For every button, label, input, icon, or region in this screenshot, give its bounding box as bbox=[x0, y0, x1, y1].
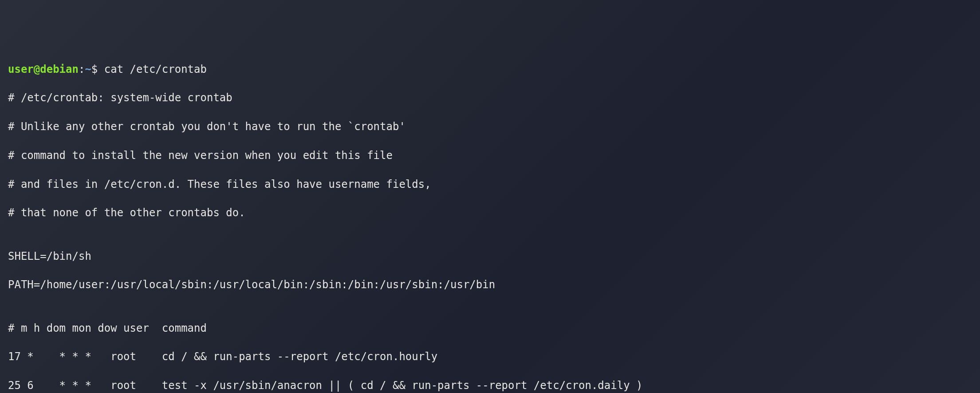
command-text: cat /etc/crontab bbox=[98, 63, 207, 75]
output-line: PATH=/home/user:/usr/local/sbin:/usr/loc… bbox=[8, 278, 972, 292]
output-line: # command to install the new version whe… bbox=[8, 148, 972, 163]
terminal-prompt-line-1[interactable]: user@debian:~$ cat /etc/crontab bbox=[8, 62, 972, 76]
output-line: # /etc/crontab: system-wide crontab bbox=[8, 91, 972, 105]
output-line: SHELL=/bin/sh bbox=[8, 249, 972, 263]
output-line: # and files in /etc/cron.d. These files … bbox=[8, 177, 972, 191]
output-line: # that none of the other crontabs do. bbox=[8, 206, 972, 220]
prompt-at: @ bbox=[34, 63, 40, 75]
prompt-user: user@debian bbox=[8, 63, 79, 75]
prompt-host: debian bbox=[40, 63, 79, 75]
prompt-dollar: $ bbox=[91, 63, 98, 75]
output-line: # Unlike any other crontab you don't hav… bbox=[8, 119, 972, 134]
prompt-sep: : bbox=[79, 63, 85, 75]
prompt-path: ~ bbox=[85, 63, 91, 75]
output-line: # m h dom mon dow user command bbox=[8, 321, 972, 335]
output-line: 25 6 * * * root test -x /usr/sbin/anacro… bbox=[8, 378, 972, 393]
output-line: 17 * * * * root cd / && run-parts --repo… bbox=[8, 349, 972, 364]
prompt-user-text: user bbox=[8, 63, 34, 75]
